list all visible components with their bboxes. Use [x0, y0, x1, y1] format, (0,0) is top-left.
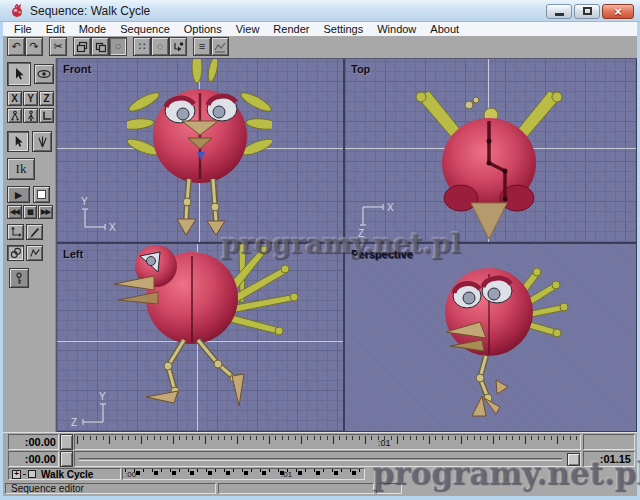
skeleton-icon — [29, 247, 41, 259]
app-window: Sequence: Walk Cycle × File Edit Mode Se… — [0, 0, 640, 500]
redo-button[interactable]: ↷ — [25, 37, 43, 56]
viewport-perspective[interactable]: Perspective — [345, 244, 636, 431]
corner-icon — [41, 110, 53, 122]
timeline-scrollbar[interactable] — [74, 451, 581, 467]
minimize-button[interactable] — [546, 4, 572, 19]
status-message-section: Sequence editor — [5, 483, 216, 494]
svg-text:X: X — [387, 202, 394, 213]
undo-icon: ↶ — [11, 41, 20, 52]
track-row: + Walk Cycle — [8, 468, 121, 480]
viewport-left[interactable]: Left Y Z — [57, 244, 343, 431]
cursor-icon — [12, 67, 26, 81]
menu-view[interactable]: View — [229, 22, 267, 36]
corner-pivot-button[interactable] — [39, 108, 54, 123]
set-key-button[interactable] — [9, 268, 29, 288]
viewport-area: Front Y X — [56, 58, 637, 432]
ruler-second-mark: :01 — [378, 438, 391, 448]
list-view-button[interactable]: ≡ — [193, 37, 211, 56]
window-title: Sequence: Walk Cycle — [30, 4, 150, 18]
rewind-button[interactable]: ◀◀ — [7, 205, 22, 219]
scrollbar-handle[interactable] — [567, 453, 580, 466]
graph-icon — [214, 41, 226, 53]
pause-button[interactable]: ▮▮ — [23, 205, 37, 219]
select-ring-button[interactable]: ◌ — [151, 37, 169, 56]
key-ruler-start: :00 — [125, 471, 136, 479]
axis-y-button[interactable]: Y — [23, 91, 38, 106]
character-model-front[interactable] — [127, 59, 272, 235]
character-model-top[interactable] — [401, 89, 571, 239]
svg-text:Y: Y — [81, 196, 88, 207]
menu-mode[interactable]: Mode — [72, 22, 114, 36]
maximize-icon — [583, 7, 592, 15]
copy-button[interactable] — [73, 37, 91, 56]
bone-rotate-icon — [9, 110, 21, 122]
timeline-ruler[interactable]: :01 — [74, 434, 581, 450]
timeline-panel: :00.00 :01 :00.00 :01.15 + Walk Cycle :0… — [3, 432, 637, 481]
menu-window[interactable]: Window — [370, 22, 423, 36]
timeline-button-b[interactable] — [60, 451, 73, 467]
translate-bone-button[interactable] — [23, 108, 38, 123]
menu-render[interactable]: Render — [266, 22, 316, 36]
axes-display-button[interactable] — [7, 224, 24, 240]
menu-sequence[interactable]: Sequence — [113, 22, 177, 36]
fast-forward-icon: ▶▶ — [41, 208, 50, 216]
select-points-button[interactable]: ∷ — [133, 37, 151, 56]
viewport-left-label: Left — [63, 248, 83, 260]
rotate-bone-button[interactable] — [7, 108, 22, 123]
fast-forward-button[interactable]: ▶▶ — [38, 205, 53, 219]
svg-text:Y: Y — [99, 391, 106, 402]
keyframe-ruler[interactable]: :00 :01 — [122, 468, 365, 480]
cut-button[interactable]: ✂ — [49, 37, 67, 56]
play-button[interactable]: ▶ — [7, 186, 30, 203]
axis-z-button[interactable]: Z — [39, 91, 54, 106]
menu-options[interactable]: Options — [177, 22, 229, 36]
menu-edit[interactable]: Edit — [39, 22, 72, 36]
ik-tool-button[interactable]: Ik — [7, 158, 35, 180]
skeleton-pose-button[interactable] — [26, 245, 43, 261]
draw-tool-button[interactable] — [26, 224, 43, 240]
spheres-icon — [10, 247, 22, 259]
expander-icon[interactable]: + — [12, 470, 21, 479]
maximize-button[interactable] — [574, 4, 600, 19]
scissors-icon: ✂ — [53, 41, 62, 52]
left-axis-gizmo: Y Z — [71, 390, 119, 430]
select-pose-button[interactable] — [7, 131, 29, 152]
claw-tool-button[interactable] — [32, 131, 52, 152]
menu-file[interactable]: File — [7, 22, 39, 36]
axis-x-button[interactable]: X — [7, 91, 22, 106]
timecode-b: :00.00 — [8, 451, 59, 467]
timeline-right-box — [583, 434, 635, 450]
menu-settings[interactable]: Settings — [316, 22, 370, 36]
select-circle-button[interactable]: ○ — [109, 37, 127, 56]
select-tool-button[interactable] — [7, 62, 31, 86]
move-key-button[interactable] — [169, 37, 187, 56]
app-icon — [10, 4, 24, 18]
viewport-front[interactable]: Front Y X — [57, 59, 343, 242]
viewport-perspective-label: Perspective — [351, 248, 413, 260]
track-checkbox[interactable] — [28, 470, 36, 478]
end-time: :01.15 — [583, 451, 635, 467]
close-button[interactable]: × — [602, 4, 634, 19]
list-icon: ≡ — [199, 41, 205, 52]
status-section-2 — [218, 483, 374, 494]
undo-button[interactable]: ↶ — [7, 37, 25, 56]
character-model-left[interactable] — [112, 244, 307, 416]
front-axis-gizmo: Y X — [75, 195, 119, 235]
timecode-a: :00.00 — [8, 434, 59, 450]
circle-icon: ○ — [115, 41, 122, 52]
menu-about[interactable]: About — [423, 22, 466, 36]
duplicate-button[interactable] — [91, 37, 109, 56]
viewport-front-label: Front — [63, 63, 91, 75]
timeline-button-a[interactable] — [60, 434, 73, 450]
status-text: Sequence editor — [11, 483, 84, 494]
stop-button[interactable] — [33, 186, 50, 203]
copy-icon — [76, 41, 88, 53]
graph-view-button[interactable] — [211, 37, 229, 56]
status-section-3 — [376, 483, 402, 494]
viewport-top[interactable]: Top X Z — [345, 59, 636, 242]
client-area: File Edit Mode Sequence Options View Ren… — [3, 22, 637, 496]
character-model-perspective[interactable] — [440, 268, 575, 418]
spheres-display-button[interactable] — [7, 245, 24, 261]
eye-icon — [37, 67, 51, 81]
visibility-tool-button[interactable] — [34, 64, 54, 84]
